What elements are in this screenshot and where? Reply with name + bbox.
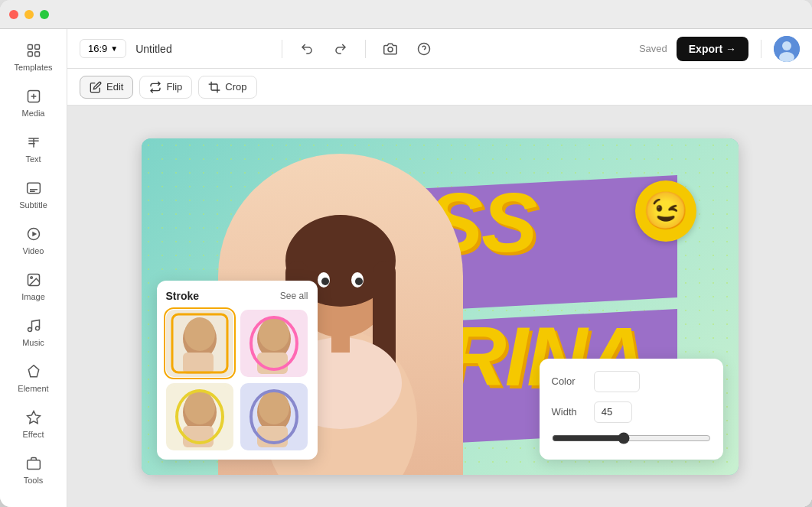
play-circle-icon (24, 225, 43, 243)
svg-rect-21 (27, 460, 40, 470)
maximize-button[interactable] (40, 10, 49, 19)
stroke-item-3[interactable] (166, 383, 233, 450)
crop-button[interactable]: Crop (198, 76, 256, 99)
svg-point-18 (28, 328, 31, 332)
stroke-panel: Stroke See all (157, 281, 318, 460)
chevron-down-icon: ▼ (110, 44, 118, 53)
saved-indicator: Saved (639, 43, 667, 54)
svg-rect-3 (34, 52, 39, 57)
sidebar-label-image: Image (21, 292, 45, 301)
edit-toolbar: Edit Flip Crop (67, 69, 812, 106)
sidebar-item-music[interactable]: Music (6, 310, 61, 353)
svg-point-22 (388, 47, 393, 51)
title-input[interactable] (135, 43, 269, 55)
plus-square-icon (24, 87, 43, 106)
sidebar-item-element[interactable]: Element (6, 356, 61, 399)
props-panel: Color Width (540, 359, 723, 460)
color-row: Color (552, 371, 711, 392)
sidebar-label-subtitle: Subtitle (19, 200, 47, 210)
flip-button[interactable]: Flip (139, 76, 192, 99)
avatar[interactable] (774, 36, 800, 62)
sidebar-item-tools[interactable]: Tools (6, 448, 61, 491)
width-slider[interactable] (552, 432, 711, 444)
stroke-title: Stroke (166, 290, 200, 302)
svg-rect-2 (28, 52, 32, 57)
color-label: Color (552, 375, 586, 387)
sidebar: Templates Media (0, 29, 67, 507)
sidebar-label-text: Text (25, 154, 41, 164)
sidebar-label-element: Element (18, 384, 48, 393)
svg-point-35 (321, 278, 329, 285)
sidebar-label-video: Video (23, 246, 44, 255)
flip-label: Flip (166, 81, 182, 93)
svg-rect-1 (34, 45, 39, 50)
sidebar-label-templates: Templates (14, 63, 52, 72)
app-window: Templates Media (0, 0, 812, 507)
separator-2 (365, 40, 366, 58)
subtitle-icon (24, 179, 43, 197)
slider-row (552, 432, 711, 447)
svg-point-41 (184, 317, 215, 351)
redo-button[interactable] (328, 37, 353, 61)
export-button[interactable]: Export → (677, 37, 748, 61)
width-label: Width (552, 406, 586, 418)
svg-point-26 (782, 41, 791, 50)
color-swatch[interactable] (594, 371, 640, 392)
svg-marker-15 (32, 232, 37, 237)
width-row: Width (552, 401, 711, 423)
aspect-ratio-button[interactable]: 16:9 ▼ (80, 39, 126, 58)
help-button[interactable] (412, 37, 436, 61)
grid-icon (24, 41, 43, 60)
sidebar-item-subtitle[interactable]: Subtitle (6, 173, 61, 216)
undo-button[interactable] (295, 37, 319, 61)
edit-label: Edit (106, 81, 123, 93)
aspect-ratio-label: 16:9 (88, 43, 107, 54)
separator-3 (761, 40, 761, 58)
svg-point-56 (259, 391, 289, 424)
stroke-grid (166, 310, 308, 450)
sidebar-label-effect: Effect (23, 430, 44, 439)
canvas[interactable]: MISS SERINA 😉 (142, 138, 739, 475)
width-input[interactable] (594, 401, 632, 423)
sidebar-item-templates[interactable]: Templates (6, 35, 61, 78)
edit-button[interactable]: Edit (80, 76, 133, 99)
sidebar-item-media[interactable]: Media (6, 81, 61, 124)
sidebar-item-text[interactable]: Text (6, 127, 61, 170)
minimize-button[interactable] (24, 10, 34, 19)
sidebar-label-media: Media (22, 109, 45, 118)
crop-label: Crop (225, 81, 246, 93)
music-icon (24, 317, 43, 335)
separator-1 (282, 40, 282, 58)
canvas-wrapper: MISS SERINA 😉 (67, 106, 812, 507)
emoji-element: 😉 (635, 180, 696, 242)
stroke-header: Stroke See all (166, 290, 308, 302)
content-area: 16:9 ▼ (67, 29, 812, 507)
svg-point-46 (259, 317, 289, 351)
svg-point-19 (35, 327, 39, 330)
sidebar-label-music: Music (22, 338, 44, 347)
stroke-item-1[interactable] (166, 310, 233, 377)
image-icon (24, 271, 43, 289)
stroke-item-4[interactable] (240, 383, 308, 450)
emoji-icon: 😉 (643, 193, 689, 229)
sidebar-item-image[interactable]: Image (6, 265, 61, 307)
main-layout: Templates Media (0, 29, 812, 507)
titlebar (0, 0, 812, 29)
svg-marker-20 (27, 411, 40, 424)
sidebar-label-tools: Tools (24, 476, 44, 485)
svg-rect-0 (28, 45, 32, 50)
see-all-button[interactable]: See all (280, 291, 308, 301)
sidebar-item-effect[interactable]: Effect (6, 402, 61, 445)
svg-point-51 (184, 391, 215, 424)
svg-point-17 (30, 277, 32, 279)
camera-button[interactable] (378, 37, 403, 61)
svg-point-36 (355, 278, 363, 285)
stroke-item-2[interactable] (240, 310, 308, 377)
svg-rect-38 (331, 322, 350, 353)
text-icon (24, 133, 43, 151)
top-toolbar: 16:9 ▼ (67, 29, 812, 69)
export-label: Export → (689, 43, 736, 55)
close-button[interactable] (9, 10, 18, 19)
element-icon (24, 362, 43, 381)
sidebar-item-video[interactable]: Video (6, 219, 61, 262)
